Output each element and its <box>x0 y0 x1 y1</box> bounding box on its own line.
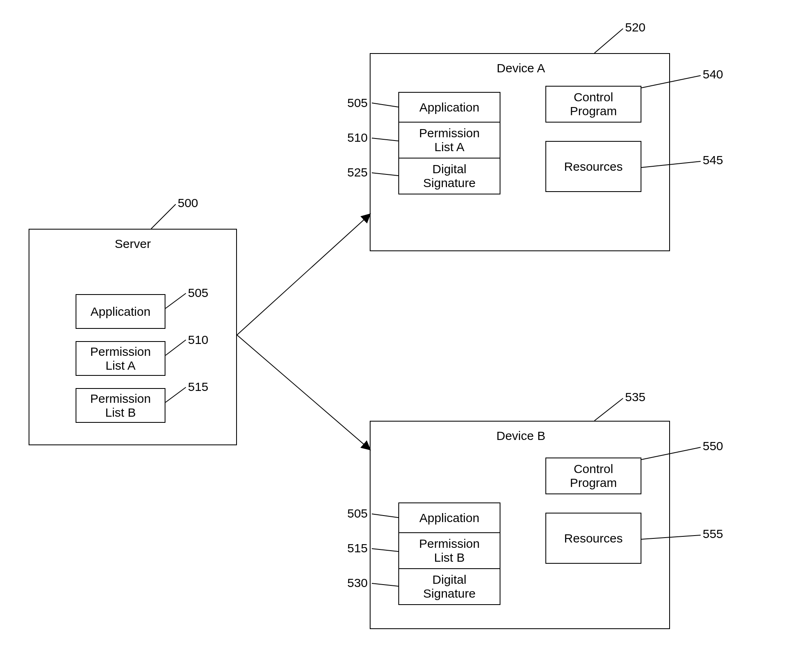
device-b-resources-box: Resources <box>545 513 641 564</box>
svg-line-12 <box>594 398 623 421</box>
device-b-resources-label: Resources <box>564 531 623 545</box>
ref-525: 525 <box>347 165 368 179</box>
device-a-control-label: Control Program <box>570 90 617 118</box>
ref-530: 530 <box>347 576 368 590</box>
device-a-digsig-box: Digital Signature <box>398 158 500 194</box>
server-title: Server <box>102 237 163 251</box>
device-a-application-label: Application <box>420 100 480 114</box>
ref-510-server: 510 <box>188 333 208 347</box>
server-permlistb-box: Permission List B <box>76 388 165 423</box>
device-b-permlistb-box: Permission List B <box>398 532 500 569</box>
ref-535: 535 <box>625 390 645 404</box>
ref-505-a: 505 <box>347 96 368 110</box>
device-a-resources-label: Resources <box>564 160 623 174</box>
ref-500: 500 <box>178 196 198 210</box>
diagram-canvas: Server Application Permission List A Per… <box>0 0 804 672</box>
device-b-digsig-box: Digital Signature <box>398 568 500 605</box>
ref-515-server: 515 <box>188 380 208 394</box>
ref-555: 555 <box>703 527 723 541</box>
server-application-label: Application <box>91 305 151 319</box>
device-a-permlista-box: Permission List A <box>398 122 500 159</box>
server-application-box: Application <box>76 294 165 329</box>
device-a-title: Device A <box>480 61 562 75</box>
svg-line-4 <box>237 214 370 335</box>
svg-line-5 <box>237 335 370 449</box>
device-b-control-label: Control Program <box>570 462 617 490</box>
ref-505-b: 505 <box>347 507 368 520</box>
ref-540: 540 <box>703 67 723 81</box>
device-a-resources-box: Resources <box>545 141 641 192</box>
device-b-control-box: Control Program <box>545 458 641 494</box>
device-a-application-box: Application <box>398 92 500 123</box>
ref-510-a: 510 <box>347 131 368 145</box>
ref-515-b: 515 <box>347 541 368 555</box>
device-b-application-box: Application <box>398 502 500 533</box>
server-permlista-box: Permission List A <box>76 341 165 376</box>
server-permlistb-label: Permission List B <box>90 392 151 420</box>
ref-550: 550 <box>703 439 723 453</box>
svg-line-6 <box>594 29 623 53</box>
server-permlista-label: Permission List A <box>90 345 151 373</box>
device-b-digsig-label: Digital Signature <box>423 573 476 601</box>
svg-line-0 <box>151 204 176 229</box>
device-b-permlistb-label: Permission List B <box>419 537 480 565</box>
device-b-title: Device B <box>480 429 562 443</box>
device-a-digsig-label: Digital Signature <box>423 162 476 190</box>
device-a-permlista-label: Permission List A <box>419 126 480 154</box>
ref-545: 545 <box>703 153 723 167</box>
device-a-control-box: Control Program <box>545 86 641 123</box>
device-b-application-label: Application <box>420 511 480 525</box>
ref-505-server: 505 <box>188 286 208 300</box>
ref-520: 520 <box>625 20 645 34</box>
